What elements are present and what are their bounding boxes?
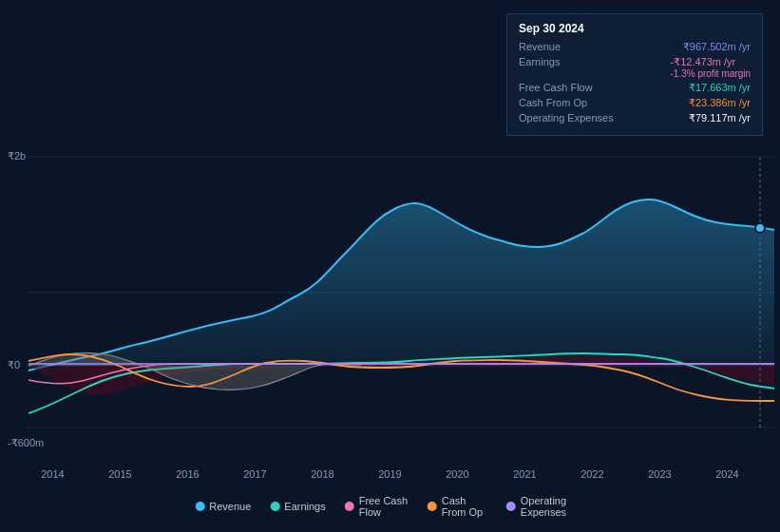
x-label-2023: 2023 xyxy=(648,468,671,480)
chart-area xyxy=(0,147,780,442)
tooltip-panel: Sep 30 2024 Revenue ₹967.502m /yr Earnin… xyxy=(506,13,763,136)
legend-label-fcf: Free Cash Flow xyxy=(359,495,409,518)
legend-dot-fcf xyxy=(345,502,354,511)
legend-dot-cashfromop xyxy=(428,502,437,511)
legend-label-revenue: Revenue xyxy=(209,501,251,512)
tooltip-value-fcf: ₹17.663m /yr xyxy=(689,82,751,94)
tooltip-value-revenue: ₹967.502m /yr xyxy=(683,41,751,53)
legend-item-opex[interactable]: Operating Expenses xyxy=(506,495,585,518)
tooltip-sub-earnings: -1.3% profit margin xyxy=(671,68,751,79)
tooltip-row-opex: Operating Expenses ₹79.117m /yr xyxy=(519,112,751,124)
x-label-2018: 2018 xyxy=(311,468,333,480)
legend-dot-opex xyxy=(506,502,516,511)
x-label-2015: 2015 xyxy=(108,468,131,480)
legend-dot-earnings xyxy=(270,502,279,511)
legend-dot-revenue xyxy=(195,502,204,511)
x-label-2017: 2017 xyxy=(243,468,266,480)
x-label-2022: 2022 xyxy=(580,468,603,480)
x-axis: 2014 2015 2016 2017 2018 2019 2020 2021 … xyxy=(0,468,780,480)
tooltip-value-earnings: -₹12.473m /yr xyxy=(671,56,736,67)
x-label-2019: 2019 xyxy=(378,468,401,480)
chart-legend: Revenue Earnings Free Cash Flow Cash Fro… xyxy=(195,495,585,518)
tooltip-value-earnings-group: -₹12.473m /yr -1.3% profit margin xyxy=(671,56,751,79)
tooltip-label-opex: Operating Expenses xyxy=(519,112,614,124)
x-label-2024: 2024 xyxy=(715,468,738,480)
tooltip-row-earnings: Earnings -₹12.473m /yr -1.3% profit marg… xyxy=(519,56,751,79)
tooltip-label-fcf: Free Cash Flow xyxy=(519,82,593,93)
tooltip-value-cashfromop: ₹23.386m /yr xyxy=(689,97,751,109)
legend-label-cashfromop: Cash From Op xyxy=(442,495,487,518)
legend-label-opex: Operating Expenses xyxy=(521,495,585,518)
legend-item-fcf[interactable]: Free Cash Flow xyxy=(345,495,409,518)
svg-point-5 xyxy=(755,223,765,233)
tooltip-label-revenue: Revenue xyxy=(519,41,561,52)
legend-item-cashfromop[interactable]: Cash From Op xyxy=(428,495,487,518)
tooltip-row-cashfromop: Cash From Op ₹23.386m /yr xyxy=(519,97,751,109)
tooltip-value-opex: ₹79.117m /yr xyxy=(689,112,751,124)
legend-item-revenue[interactable]: Revenue xyxy=(195,501,251,512)
x-label-2020: 2020 xyxy=(446,468,468,480)
tooltip-row-revenue: Revenue ₹967.502m /yr xyxy=(519,41,751,53)
tooltip-label-cashfromop: Cash From Op xyxy=(519,97,587,108)
x-label-2014: 2014 xyxy=(41,468,64,480)
legend-item-earnings[interactable]: Earnings xyxy=(270,501,325,512)
tooltip-row-fcf: Free Cash Flow ₹17.663m /yr xyxy=(519,82,751,94)
legend-label-earnings: Earnings xyxy=(284,501,325,512)
tooltip-date: Sep 30 2024 xyxy=(519,22,751,35)
x-label-2021: 2021 xyxy=(513,468,536,480)
tooltip-label-earnings: Earnings xyxy=(519,56,560,67)
x-label-2016: 2016 xyxy=(176,468,199,480)
